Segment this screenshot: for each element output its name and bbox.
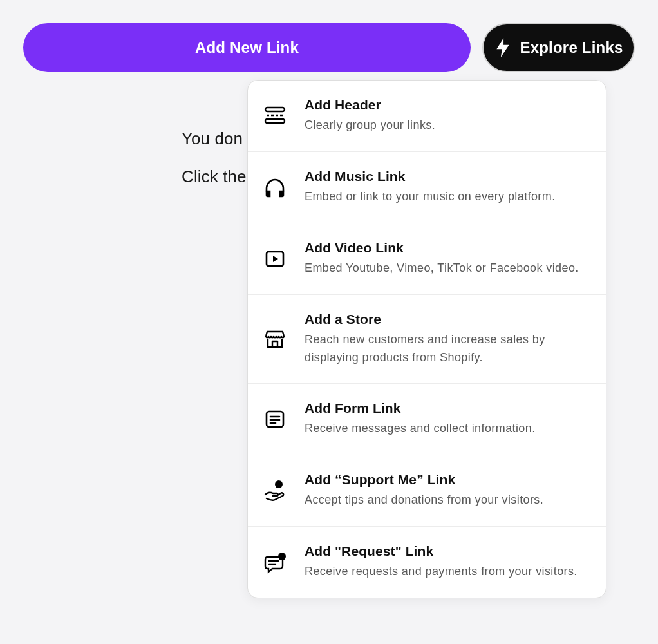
menu-item-add-form-link[interactable]: Add Form Link Receive messages and colle…	[248, 384, 606, 455]
background-text-line1: You don	[182, 129, 243, 149]
add-new-link-button[interactable]: Add New Link	[23, 23, 471, 72]
menu-item-desc: Reach new customers and increase sales b…	[305, 331, 590, 367]
menu-item-desc: Embed or link to your music on every pla…	[305, 188, 590, 206]
support-icon: $	[263, 479, 287, 502]
store-icon	[263, 328, 287, 351]
menu-item-title: Add "Request" Link	[305, 544, 590, 559]
music-icon	[263, 176, 287, 199]
menu-item-title: Add a Store	[305, 312, 590, 327]
menu-item-title: Add Music Link	[305, 169, 590, 184]
explore-links-button[interactable]: Explore Links	[482, 23, 635, 72]
menu-item-add-video-link[interactable]: Add Video Link Embed Youtube, Vimeo, Tik…	[248, 223, 606, 295]
svg-rect-7	[272, 341, 277, 347]
request-icon: $	[263, 551, 287, 574]
menu-item-title: Add Header	[305, 97, 590, 113]
menu-item-title: Add Form Link	[305, 401, 590, 416]
svg-text:$: $	[277, 482, 281, 488]
svg-rect-0	[265, 108, 285, 111]
menu-item-title: Add Video Link	[305, 240, 590, 256]
svg-text:$: $	[281, 554, 284, 560]
svg-rect-5	[265, 119, 285, 123]
explore-links-label: Explore Links	[520, 39, 623, 57]
menu-item-title: Add “Support Me” Link	[305, 472, 590, 488]
menu-item-desc: Clearly group your links.	[305, 117, 590, 135]
menu-item-add-request-link[interactable]: $ Add "Request" Link Receive requests an…	[248, 527, 606, 598]
lightning-icon	[494, 38, 511, 57]
menu-item-add-support-me-link[interactable]: $ Add “Support Me” Link Accept tips and …	[248, 455, 606, 527]
header-icon	[263, 104, 287, 128]
menu-item-desc: Accept tips and donations from your visi…	[305, 491, 590, 509]
form-icon	[263, 408, 287, 431]
link-type-dropdown: Add Header Clearly group your links. Add…	[247, 80, 606, 598]
menu-item-add-store[interactable]: Add a Store Reach new customers and incr…	[248, 295, 606, 384]
menu-item-desc: Receive requests and payments from your …	[305, 563, 590, 581]
add-new-link-label: Add New Link	[195, 39, 299, 57]
video-icon	[263, 247, 287, 270]
menu-item-add-header[interactable]: Add Header Clearly group your links.	[248, 80, 606, 152]
menu-item-desc: Receive messages and collect information…	[305, 420, 590, 438]
menu-item-desc: Embed Youtube, Vimeo, TikTok or Facebook…	[305, 260, 590, 278]
menu-item-add-music-link[interactable]: Add Music Link Embed or link to your mus…	[248, 152, 606, 223]
background-text-line2: Click the	[182, 167, 247, 187]
